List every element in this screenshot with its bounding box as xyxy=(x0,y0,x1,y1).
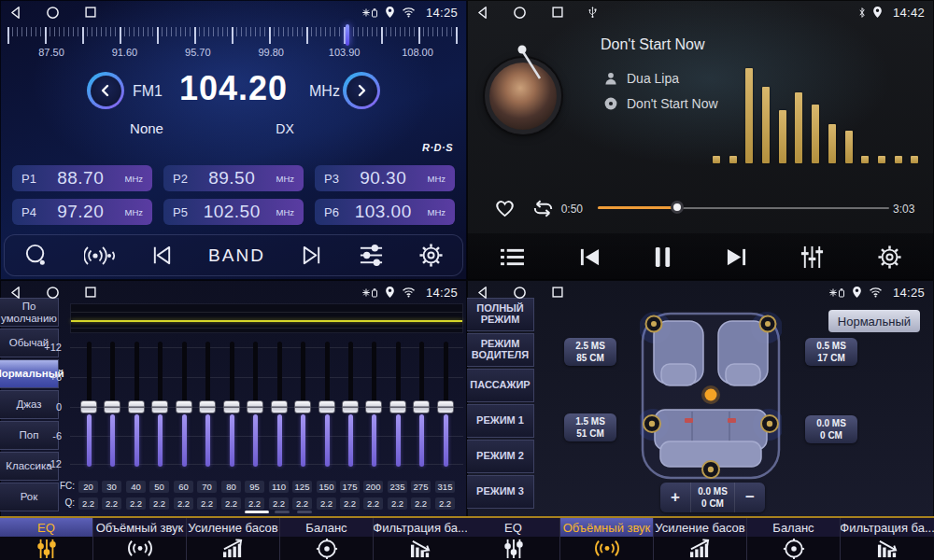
favorite-heart-icon[interactable] xyxy=(493,197,517,222)
eq-band-slider-5[interactable] xyxy=(172,340,196,470)
recents-icon[interactable] xyxy=(551,6,564,19)
broadcast-icon[interactable] xyxy=(84,242,116,270)
preset-button-p5[interactable]: P5 102.50 MHz xyxy=(163,199,304,225)
q-value-2[interactable]: 2.2 xyxy=(102,497,121,510)
q-value-10[interactable]: 2.2 xyxy=(292,497,312,510)
q-value-4[interactable]: 2.2 xyxy=(149,497,169,510)
tab-balance[interactable]: Баланс xyxy=(280,518,374,560)
fc-value-14[interactable]: 235 xyxy=(388,481,407,493)
eq-preset-6[interactable]: Рок xyxy=(0,483,59,511)
q-value-13[interactable]: 2.2 xyxy=(363,497,383,510)
tab-surround-sound[interactable]: Объёмный звук xyxy=(560,518,654,560)
eq-preset-3[interactable]: Джаз xyxy=(0,390,59,419)
next-track-icon[interactable] xyxy=(725,246,748,268)
q-value-11[interactable]: 2.2 xyxy=(317,497,336,510)
mode-3[interactable]: РЕЖИМ 1 xyxy=(467,404,534,438)
delay-rear-right[interactable]: 0.0 MS0 CM xyxy=(805,415,857,443)
fc-value-5[interactable]: 60 xyxy=(174,481,193,493)
back-icon[interactable] xyxy=(476,6,488,20)
q-value-14[interactable]: 2.2 xyxy=(388,497,407,510)
scan-icon[interactable] xyxy=(23,242,50,269)
fc-value-8[interactable]: 95 xyxy=(245,481,264,493)
q-value-3[interactable]: 2.2 xyxy=(126,497,146,510)
preset-button-p6[interactable]: P6 103.00 MHz xyxy=(315,199,455,225)
home-icon[interactable] xyxy=(513,286,527,300)
fc-value-16[interactable]: 315 xyxy=(435,481,455,493)
progress-knob[interactable] xyxy=(671,201,684,214)
eq-band-slider-16[interactable] xyxy=(433,340,458,470)
preset-button-p3[interactable]: P3 90.30 MHz xyxy=(315,165,455,191)
home-icon[interactable] xyxy=(46,6,60,20)
mode-5[interactable]: РЕЖИМ 3 xyxy=(467,475,534,509)
eq-band-slider-15[interactable] xyxy=(409,340,433,470)
fc-value-9[interactable]: 110 xyxy=(269,481,289,493)
delay-front-right[interactable]: 0.5 MS17 CM xyxy=(805,338,857,366)
audio-settings-icon[interactable] xyxy=(800,245,825,270)
equalizer-icon[interactable] xyxy=(358,243,385,268)
fc-value-1[interactable]: 20 xyxy=(78,481,98,493)
eq-band-slider-12[interactable] xyxy=(338,340,362,470)
next-station-icon[interactable] xyxy=(299,244,324,267)
delay-rear-left[interactable]: 1.5 MS51 CM xyxy=(564,413,616,441)
mode-1[interactable]: РЕЖИМ ВОДИТЕЛЯ xyxy=(467,333,534,367)
playlist-icon[interactable] xyxy=(499,246,526,268)
fc-value-10[interactable]: 125 xyxy=(292,481,312,493)
back-icon[interactable] xyxy=(476,286,488,300)
eq-band-slider-6[interactable] xyxy=(195,340,219,470)
home-icon[interactable] xyxy=(513,6,527,20)
back-icon[interactable] xyxy=(9,286,21,300)
previous-track-icon[interactable] xyxy=(578,246,601,268)
preset-button-p4[interactable]: P4 97.20 MHz xyxy=(12,199,152,225)
tab-bass-filter[interactable]: Фильтрация ба... xyxy=(841,518,934,560)
settings-gear-icon[interactable] xyxy=(418,243,444,268)
fc-value-7[interactable]: 80 xyxy=(221,481,241,493)
eq-band-slider-13[interactable] xyxy=(361,340,386,470)
tune-up-button[interactable] xyxy=(343,72,380,109)
fc-value-3[interactable]: 40 xyxy=(126,481,146,493)
eq-band-slider-11[interactable] xyxy=(315,340,339,470)
eq-band-slider-9[interactable] xyxy=(267,340,291,470)
eq-band-slider-1[interactable] xyxy=(77,340,101,470)
mode-2[interactable]: ПАССАЖИР xyxy=(467,369,534,402)
fc-value-15[interactable]: 275 xyxy=(411,481,431,493)
q-value-16[interactable]: 2.2 xyxy=(435,497,455,510)
eq-band-slider-2[interactable] xyxy=(100,340,124,470)
q-value-15[interactable]: 2.2 xyxy=(411,497,431,510)
delay-minus-button[interactable]: − xyxy=(734,483,765,512)
fc-value-13[interactable]: 200 xyxy=(363,481,383,493)
eq-band-slider-8[interactable] xyxy=(243,340,267,470)
eq-band-slider-3[interactable] xyxy=(124,340,149,470)
back-icon[interactable] xyxy=(9,6,21,20)
eq-band-slider-14[interactable] xyxy=(386,340,410,470)
q-value-1[interactable]: 2.2 xyxy=(78,497,98,510)
band-button[interactable]: BAND xyxy=(208,245,265,266)
fc-value-6[interactable]: 70 xyxy=(197,481,217,493)
home-icon[interactable] xyxy=(46,286,60,300)
tab-balance[interactable]: Баланс xyxy=(747,518,841,560)
fc-value-2[interactable]: 30 xyxy=(102,481,121,493)
q-value-5[interactable]: 2.2 xyxy=(174,497,193,510)
fc-value-4[interactable]: 50 xyxy=(149,481,169,493)
delay-plus-button[interactable]: + xyxy=(660,483,691,512)
recents-icon[interactable] xyxy=(551,286,564,299)
tab-eq[interactable]: EQ xyxy=(467,518,560,560)
delay-front-left[interactable]: 2.5 MS85 CM xyxy=(564,338,616,366)
q-value-9[interactable]: 2.2 xyxy=(269,497,289,510)
fc-value-12[interactable]: 175 xyxy=(340,481,360,493)
preset-button-p1[interactable]: P1 88.70 MHz xyxy=(12,165,152,191)
settings-gear-icon[interactable] xyxy=(877,245,902,270)
previous-station-icon[interactable] xyxy=(149,244,175,267)
eq-band-slider-10[interactable] xyxy=(290,340,315,470)
eq-band-slider-4[interactable] xyxy=(148,340,172,470)
tab-bass-boost[interactable]: Усиление басов xyxy=(187,518,280,560)
sound-profile-button[interactable]: Нормальный xyxy=(828,310,920,332)
page-dash[interactable] xyxy=(297,511,312,513)
q-value-7[interactable]: 2.2 xyxy=(221,497,241,510)
tab-bass-boost[interactable]: Усиление басов xyxy=(654,518,747,560)
eq-band-slider-7[interactable] xyxy=(219,340,244,470)
preset-button-p2[interactable]: P2 89.50 MHz xyxy=(163,165,304,191)
page-dash[interactable] xyxy=(245,511,269,513)
q-value-12[interactable]: 2.2 xyxy=(340,497,360,510)
tab-bass-filter[interactable]: Фильтрация ба... xyxy=(374,518,467,560)
eq-preset-4[interactable]: Поп xyxy=(0,421,59,450)
